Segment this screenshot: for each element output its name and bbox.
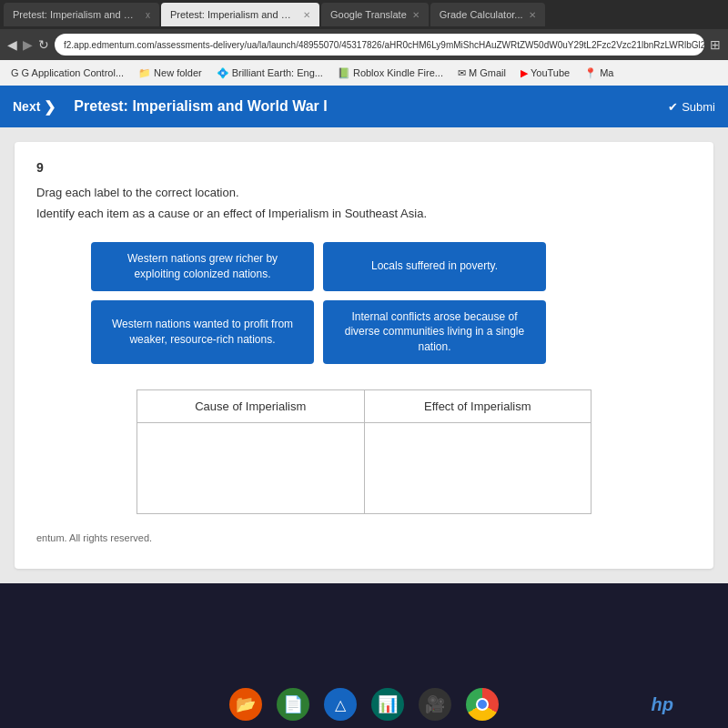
taskbar-chrome-icon[interactable]	[466, 688, 499, 721]
bookmark-yt-icon: ▶	[521, 67, 528, 79]
bookmark-youtube[interactable]: ▶ YouTube	[517, 66, 573, 81]
cause-drop-zone[interactable]	[137, 422, 365, 513]
bookmark-gmail-label: M Gmail	[469, 67, 506, 78]
bookmark-roblox[interactable]: 📗 Roblox Kindle Fire...	[334, 66, 447, 81]
bookmark-be-label: Brilliant Earth: Eng...	[232, 67, 323, 78]
hp-logo: hp	[652, 694, 673, 715]
tab-4[interactable]: Grade Calculator... ✕	[430, 3, 545, 26]
bookmark-app-label: G Application Control...	[22, 67, 125, 78]
address-bar[interactable]: f2.app.edmentum.com/assessments-delivery…	[55, 34, 704, 56]
tab-4-title: Grade Calculator...	[440, 9, 523, 20]
cause-header: Cause of Imperialism	[137, 389, 365, 422]
cause-effect-table: Cause of Imperialism Effect of Imperiali…	[136, 389, 592, 514]
tab-2-title: Pretest: Imperialism and World W	[170, 9, 298, 20]
drag-label-1[interactable]: Western nations grew richer by exploitin…	[91, 242, 314, 291]
bookmark-folder-label: New folder	[154, 67, 202, 78]
bookmark-app-control[interactable]: G G Application Control...	[7, 66, 127, 80]
effect-drop-zone[interactable]	[364, 422, 592, 513]
question-number: 9	[36, 160, 692, 175]
bookmark-roblox-label: Roblox Kindle Fire...	[353, 67, 443, 78]
app-header: Next ❯ Pretest: Imperialism and World Wa…	[0, 86, 728, 127]
question-text: Identify each item as a cause or an effe…	[36, 207, 692, 220]
tab-3-close[interactable]: ✕	[412, 10, 420, 20]
tab-2[interactable]: Pretest: Imperialism and World W ✕	[161, 3, 319, 26]
submit-button[interactable]: ✔ Submi	[668, 100, 715, 114]
forward-icon[interactable]: ▶	[23, 37, 33, 52]
taskbar: 📂 📄 △ 📊 🎥	[0, 681, 728, 728]
effect-header: Effect of Imperialism	[364, 389, 592, 422]
taskbar-meet-icon[interactable]: 🎥	[419, 688, 451, 721]
bookmark-roblox-icon: 📗	[338, 67, 350, 79]
bookmark-gmail-icon: ✉	[458, 67, 466, 79]
drag-label-3[interactable]: Western nations wanted to profit from we…	[91, 300, 314, 364]
taskbar-files-icon[interactable]: 📂	[229, 688, 262, 721]
next-button[interactable]: Next ❯	[13, 98, 56, 116]
address-bar-row: ◀ ▶ ↻ f2.app.edmentum.com/assessments-de…	[0, 29, 728, 60]
back-icon[interactable]: ◀	[7, 37, 17, 52]
question-card: 9 Drag each label to the correct locatio…	[15, 142, 713, 569]
bookmark-gem-icon: 💠	[217, 67, 229, 79]
drag-label-2[interactable]: Locals suffered in poverty.	[323, 242, 546, 291]
tab-4-close[interactable]: ✕	[529, 10, 536, 20]
submit-label: Submi	[682, 100, 715, 114]
tab-1[interactable]: Pretest: Imperialism and World W x	[4, 3, 159, 26]
bookmark-folder-icon: 📁	[138, 67, 151, 79]
taskbar-drive-icon[interactable]: △	[324, 688, 357, 721]
bookmark-gmail[interactable]: ✉ M Gmail	[454, 66, 510, 81]
drag-label-4[interactable]: Internal conflicts arose because of dive…	[323, 300, 546, 364]
tab-1-title: Pretest: Imperialism and World W	[13, 9, 140, 20]
extensions-icon[interactable]: ⊞	[710, 37, 721, 52]
tab-1-close[interactable]: x	[146, 10, 150, 20]
bookmark-brilliant-earth[interactable]: 💠 Brilliant Earth: Eng...	[213, 66, 327, 81]
footer-text: entum. All rights reserved.	[36, 525, 692, 551]
browser-chrome: Pretest: Imperialism and World W x Prete…	[0, 0, 728, 86]
bookmark-yt-label: YouTube	[531, 67, 570, 78]
refresh-icon[interactable]: ↻	[38, 37, 49, 52]
taskbar-docs-icon[interactable]: 📄	[277, 688, 309, 721]
next-arrow-icon: ❯	[44, 98, 56, 116]
bookmark-app-icon: G	[11, 67, 19, 78]
submit-check-icon: ✔	[668, 100, 678, 114]
taskbar-slides-icon[interactable]: 📊	[371, 688, 404, 721]
address-text: f2.app.edmentum.com/assessments-delivery…	[64, 40, 704, 50]
bookmark-new-folder[interactable]: 📁 New folder	[135, 66, 206, 81]
tab-bar: Pretest: Imperialism and World W x Prete…	[0, 0, 728, 29]
bookmark-maps[interactable]: 📍 Ma	[581, 66, 617, 81]
bookmarks-bar: G G Application Control... 📁 New folder …	[0, 60, 728, 86]
tab-3[interactable]: Google Translate ✕	[321, 3, 429, 26]
app-title: Pretest: Imperialism and World War I	[74, 98, 668, 115]
instruction-text: Drag each label to the correct location.	[36, 186, 692, 199]
labels-container: Western nations grew richer by exploitin…	[91, 242, 546, 364]
table-row-1	[137, 422, 592, 513]
bookmark-maps-label: Ma	[600, 67, 613, 78]
table-container: Cause of Imperialism Effect of Imperiali…	[136, 389, 592, 514]
main-content: 9 Drag each label to the correct locatio…	[0, 127, 728, 583]
bookmark-maps-icon: 📍	[584, 67, 597, 79]
next-label: Next	[13, 99, 40, 114]
tab-2-close[interactable]: ✕	[303, 10, 310, 20]
tab-3-title: Google Translate	[330, 9, 407, 20]
